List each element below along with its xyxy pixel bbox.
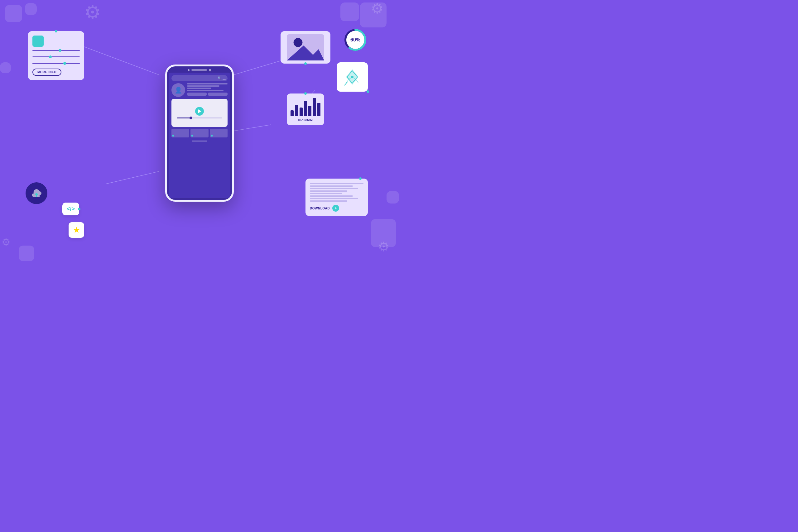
slider-3 [33,63,80,64]
phone-notch [167,66,232,73]
dl-line-7 [310,198,358,199]
profile-btn-1 [187,93,207,96]
bar-4 [304,101,307,116]
phone-home-indicator [192,140,207,141]
svg-line-1 [234,61,281,75]
download-card-dot [359,177,362,180]
phone-video-block [171,99,228,127]
slider-2-thumb [49,56,52,58]
svg-point-6 [293,38,303,47]
svg-line-2 [234,125,271,131]
phone-search-icon: 🔍 [217,76,221,80]
info-card-dot [55,30,57,33]
dl-line-1 [310,183,363,184]
dl-line-6 [310,195,353,197]
phone-speaker [191,69,207,71]
download-label: DOWNLOAD [310,207,330,210]
download-button-row: DOWNLOAD ⬇ [310,205,363,212]
bar-5 [308,106,311,116]
profile-line-1 [187,83,228,84]
bg-square-6 [19,246,34,261]
pen-tool-icon [341,66,363,88]
gear-icon-4: ⚙ [2,237,11,247]
svg-line-3 [106,171,159,184]
gear-icon-3: ⚙ [378,240,390,253]
download-icon: ⬇ [332,205,339,212]
phone-profile-text [187,83,228,96]
profile-buttons [187,93,228,96]
download-text-lines [310,183,363,202]
gear-icon-1: ⚙ [84,3,101,22]
gear-icon-2: ⚙ [371,2,383,16]
phone-menu-icon [223,77,226,79]
phone-camera [209,69,211,71]
dl-line-4 [310,190,347,192]
image-card [281,31,330,63]
bar-3 [300,108,303,116]
dl-line-8 [310,201,347,202]
slider-1-thumb [59,49,61,52]
bar-2 [295,105,298,116]
image-card-dot [304,62,307,65]
phone-bottom-bar [171,140,228,141]
bar-6 [313,98,316,116]
play-triangle-icon [198,109,202,113]
phone-avatar: 👤 [171,83,185,97]
progress-text: 60% [350,37,360,43]
progress-circle: 60% [343,27,368,52]
phone: 🔍 👤 [165,64,234,202]
play-button [195,107,204,116]
diagram-label: DIAGRAM [290,118,320,121]
grid-item-1 [171,129,189,137]
video-progress-fill [177,117,190,118]
slider-1 [33,50,80,51]
profile-line-3 [187,88,211,89]
image-placeholder [284,35,327,60]
slider-2 [33,56,80,57]
grid-item-2 [190,129,208,137]
phone-dot-1 [188,69,190,71]
bar-1 [290,110,293,116]
download-card: DOWNLOAD ⬇ [305,178,368,216]
profile-line-2 [187,86,220,87]
code-tag-text: </> [67,206,75,212]
phone-grid [171,129,228,137]
bar-7 [317,103,320,116]
profile-btn-2 [208,93,228,96]
phone-profile-row: 👤 [171,83,228,97]
code-tag-dot [78,208,80,210]
profile-line-4 [187,90,224,91]
bg-square-8 [386,191,399,204]
avatar-icon: 👤 [174,86,182,94]
slider-3-thumb [63,62,66,65]
diagram-dot [304,92,307,95]
info-card-square [33,36,44,47]
bg-square-3 [340,2,359,21]
grid-item-3 [210,129,228,137]
dl-line-3 [310,188,358,189]
video-progress-dot [190,117,192,119]
phone-search-bar: 🔍 [171,75,228,81]
landscape-icon [287,34,324,60]
diagram-bars [290,97,320,116]
star-tag: ★ [69,222,84,238]
phone-screen: 🔍 👤 [169,73,230,198]
dl-line-2 [310,186,353,187]
svg-line-0 [84,47,159,75]
dl-line-5 [310,193,342,194]
bg-square-2 [25,3,37,15]
cloud-upload-circle [25,182,48,204]
diagram-card: DIAGRAM [287,94,324,125]
star-icon: ★ [73,225,80,235]
code-tag: </> [62,203,79,215]
cloud-upload-icon [31,189,42,197]
bg-square-1 [5,5,22,22]
video-progress-bar [177,117,222,118]
bg-square-7 [0,62,11,73]
more-info-button[interactable]: MORE INFO [33,69,61,76]
vector-card [337,62,368,92]
vector-card-dot [366,90,369,93]
info-card: MORE INFO [28,31,84,80]
